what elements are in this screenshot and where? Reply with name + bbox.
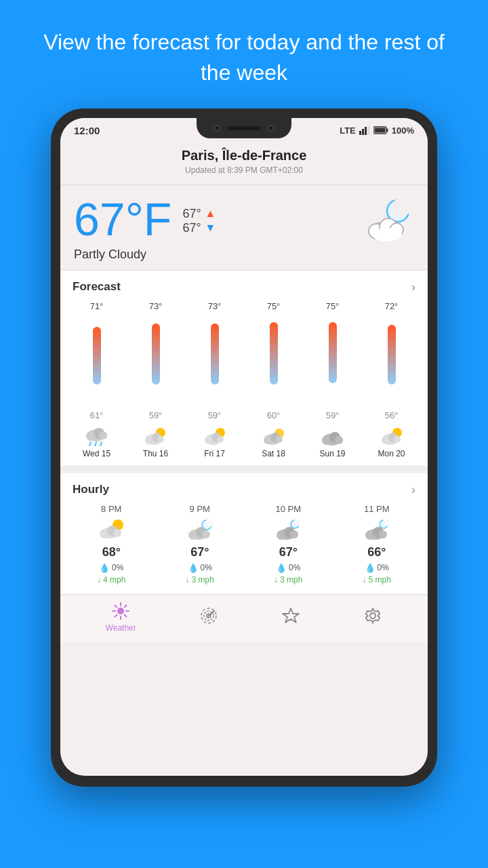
current-left: 67°F 67° ▲ 67° ▼ Partly Cloudy — [74, 196, 216, 262]
hour-8pm-precip: 💧 0% — [99, 563, 123, 573]
hourly-item-10pm: 10 PM 67° 💧 0% — [251, 504, 325, 585]
wed15-low: 61° — [90, 410, 104, 420]
thu16-label: Thu 16 — [143, 449, 168, 458]
hour-11pm-precip-val: 0% — [378, 563, 389, 572]
svg-point-73 — [379, 530, 387, 538]
svg-point-57 — [205, 519, 214, 527]
hero-headline: View the forecast for today and the rest… — [0, 0, 488, 108]
nav-favorites[interactable] — [281, 606, 300, 628]
svg-point-67 — [290, 530, 298, 538]
nav-radar[interactable] — [199, 606, 218, 628]
sat18-bar — [269, 317, 279, 405]
phone-frame: 12:00 LTE 100% — [51, 108, 437, 787]
signal-icon — [359, 125, 370, 135]
hourly-title: Hourly — [73, 483, 109, 496]
svg-point-55 — [113, 529, 121, 537]
mon20-high: 72° — [385, 301, 399, 311]
wind-arrow-11pm-icon: ↓ — [363, 575, 367, 585]
hour-9pm-precip: 💧 0% — [188, 563, 212, 573]
hour-10pm-time: 10 PM — [275, 504, 301, 514]
hour-9pm-wind-val: 3 mph — [192, 575, 214, 585]
location-header: Paris, Île-de-France Updated at 8:39 PM … — [60, 140, 428, 185]
hourly-items: 8 PM 68° 💧 0% ↓ 4 mph — [60, 504, 428, 594]
fri17-icon-area: Fri 17 — [203, 426, 227, 458]
forecast-day-mon20: 72° 56° — [369, 301, 415, 458]
high-temp: 67° — [182, 207, 201, 221]
sat18-label: Sat 18 — [262, 449, 285, 458]
svg-point-33 — [217, 436, 224, 443]
weather-nav-icon — [111, 601, 130, 620]
svg-rect-14 — [93, 327, 101, 384]
drop-icon-10pm: 💧 — [276, 563, 287, 573]
hour-8pm-icon — [98, 518, 125, 541]
forecast-arrow-icon: › — [411, 280, 415, 294]
status-bar: 12:00 LTE 100% — [60, 118, 428, 140]
settings-nav-icon — [363, 606, 382, 625]
wed15-high: 71° — [90, 301, 104, 311]
svg-rect-28 — [211, 323, 219, 384]
nav-weather[interactable]: Weather — [106, 601, 136, 633]
fri17-label: Fri 17 — [204, 449, 225, 458]
thu16-weather-icon — [143, 426, 167, 446]
speaker — [227, 126, 261, 130]
sun19-high: 75° — [326, 301, 340, 311]
sat18-high: 75° — [267, 301, 281, 311]
camera-2 — [268, 125, 274, 132]
forecast-title: Forecast — [73, 280, 121, 294]
fri17-high: 73° — [208, 301, 222, 311]
forecast-days: 71° 61° — [60, 301, 428, 465]
favorites-nav-icon — [281, 606, 300, 625]
camera — [214, 125, 220, 132]
hour-11pm-time: 11 PM — [364, 504, 390, 514]
hourly-header[interactable]: Hourly › — [60, 473, 428, 504]
svg-rect-6 — [374, 128, 385, 133]
svg-rect-40 — [329, 322, 337, 383]
hour-10pm-wind-val: 3 mph — [280, 575, 302, 585]
svg-point-74 — [117, 608, 124, 614]
gear-icon — [363, 606, 382, 625]
weather-nav-label: Weather — [106, 623, 136, 633]
hour-10pm-temp: 67° — [279, 545, 298, 559]
svg-line-21 — [100, 442, 102, 446]
low-temp: 67° — [182, 221, 201, 235]
current-condition: Partly Cloudy — [74, 248, 216, 262]
up-arrow-icon: ▲ — [205, 208, 216, 220]
wind-arrow-10pm-icon: ↓ — [274, 575, 278, 585]
svg-line-79 — [115, 605, 117, 607]
svg-point-8 — [392, 197, 411, 216]
hour-9pm-precip-val: 0% — [201, 563, 212, 572]
location-updated: Updated at 8:39 PM GMT+02:00 — [74, 165, 414, 175]
nav-settings[interactable] — [363, 606, 382, 628]
sat18-icon-area: Sat 18 — [262, 426, 286, 458]
svg-line-80 — [125, 614, 127, 616]
hour-11pm-precip: 💧 0% — [365, 563, 389, 573]
hour-8pm-time: 8 PM — [101, 504, 121, 514]
drop-icon-9pm: 💧 — [188, 563, 199, 573]
sun19-bar — [328, 317, 338, 405]
hour-11pm-temp: 66° — [367, 545, 386, 559]
sun19-icon-area: Sun 19 — [319, 426, 345, 458]
wind-arrow-8pm-icon: ↓ — [97, 575, 101, 585]
sat18-weather-icon — [262, 426, 286, 446]
bottom-nav: Weather — [60, 594, 428, 642]
radar-nav-icon — [199, 606, 218, 625]
forecast-header[interactable]: Forecast › — [60, 271, 428, 301]
current-weather-icon — [360, 196, 414, 243]
low-temp-row: 67° ▼ — [182, 221, 216, 235]
mon20-weather-icon — [380, 426, 404, 446]
sun19-label: Sun 19 — [319, 449, 345, 458]
mon20-bar — [387, 317, 396, 405]
wind-arrow-9pm-icon: ↓ — [186, 575, 190, 585]
fri17-weather-icon — [203, 426, 227, 446]
mon20-low: 56° — [385, 410, 399, 420]
svg-point-27 — [157, 436, 164, 443]
hour-8pm-wind-val: 4 mph — [103, 575, 125, 585]
hour-10pm-icon — [274, 518, 302, 541]
down-arrow-icon: ▼ — [205, 222, 216, 234]
radar-icon — [199, 606, 218, 625]
hour-11pm-icon — [363, 518, 390, 541]
hour-8pm-precip-val: 0% — [112, 563, 123, 572]
forecast-day-wed15: 71° 61° — [74, 301, 120, 458]
svg-line-81 — [125, 605, 127, 607]
hour-9pm-temp: 67° — [190, 545, 209, 559]
